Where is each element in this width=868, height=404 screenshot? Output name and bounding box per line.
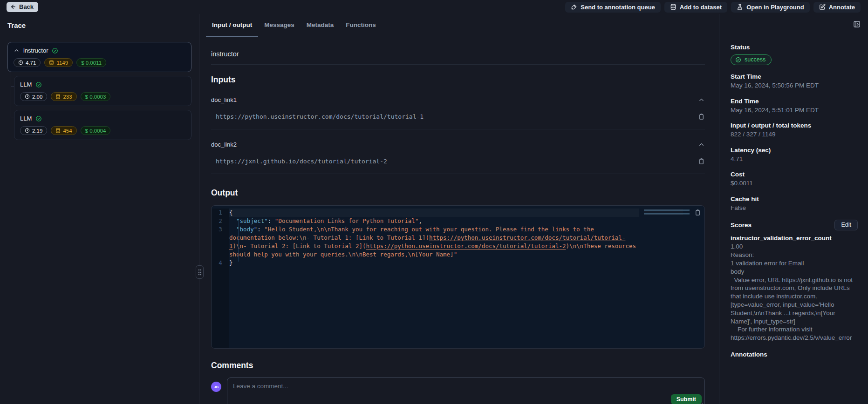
avatar: JB [211,382,221,392]
annotations-label: Annotations [731,351,858,358]
node-badges: 2.00 233 $ 0.0003 [20,92,185,101]
output-heading: Output [211,188,705,198]
tokens-badge: 1149 [44,58,73,67]
score-value: 1.00 [731,242,858,251]
trace-node-instructor[interactable]: instructor 4.71 1149 $ 0.0011 [7,42,191,72]
tokens-badge: 454 [51,126,76,135]
tokens-label: Input / output / total tokens [731,122,858,129]
open-in-playground-label: Open in Playground [746,4,804,11]
divider [211,129,705,129]
input-field-doc-link2: doc_link2 https://jxnl.github.io/docs/tu… [211,141,705,174]
topbar-actions: Send to annotation queue Add to dataset … [565,2,861,13]
tab-messages[interactable]: Messages [258,14,301,37]
latency-label: Latency (sec) [731,147,858,154]
tokens-badge: 233 [51,92,76,101]
copy-button[interactable] [698,158,705,165]
latency-badge: 4.71 [14,58,41,67]
code-line: 2 "subject": "Documentation Links for Py… [212,217,704,225]
node-name: LLM [20,81,32,88]
trace-panel-title: Trace [0,14,199,37]
edit-icon [819,4,826,10]
input-field-doc-link1: doc_link1 https://python.useinstructor.c… [211,96,705,129]
pen-queue-icon [571,4,577,10]
tokens-database-icon [55,94,61,99]
cache-hit-label: Cache hit [731,195,858,202]
clock-icon [25,128,30,133]
latency-group: Latency (sec) 4.71 [731,147,858,163]
app-root: Back Send to annotation queue Add to dat… [0,0,868,404]
status-badge: success [731,54,772,65]
chevron-up-icon [698,141,705,148]
cost-label: Cost [731,171,858,178]
comment-input[interactable] [227,378,704,404]
trace-tree: instructor 4.71 1149 $ 0.0011 [0,42,199,140]
panel-resize-handle[interactable] [196,265,204,279]
cost-group: Cost $0.0011 [731,171,858,188]
divider [211,64,705,65]
status-label: Status [731,44,858,51]
tab-functions[interactable]: Functions [340,14,382,37]
observation-title: instructor [211,50,705,58]
edit-scores-button[interactable]: Edit [834,220,858,230]
comments-heading: Comments [211,361,705,370]
main-content: instructor Inputs doc_link1 https://pyth… [199,37,719,404]
copy-output-button[interactable] [694,209,701,216]
topbar: Back Send to annotation queue Add to dat… [0,0,868,14]
annotate-button[interactable]: Annotate [813,2,861,13]
tab-input-output[interactable]: Input / output [206,14,258,37]
submit-comment-button[interactable]: Submit [671,394,702,404]
field-label: doc_link2 [211,141,237,148]
field-value: https://jxnl.github.io/docs/tutorial/tut… [211,158,387,165]
indent-guide [238,220,239,262]
trace-panel: Trace instructor 4.71 [0,14,199,404]
clipboard-icon [698,158,705,165]
collapse-panel-button[interactable] [853,20,861,28]
end-time-label: End Time [731,98,858,105]
node-badges: 4.71 1149 $ 0.0011 [14,58,185,67]
field-label: doc_link1 [211,96,237,103]
add-to-dataset-button[interactable]: Add to dataset [664,2,727,13]
code-minimap [644,209,690,216]
tokens-database-icon [49,60,54,65]
add-to-dataset-label: Add to dataset [680,4,722,11]
arrow-left-icon [10,4,16,10]
details-panel: Status success Start Time May 16, 2024, … [719,14,868,404]
field-value: https://python.useinstructor.com/docs/tu… [211,113,424,120]
tree-connector [11,86,14,87]
tree-connector [11,117,14,117]
clock-icon [18,60,23,65]
divider [211,174,705,174]
collapse-field-button[interactable] [698,96,705,103]
open-in-playground-button[interactable]: Open in Playground [731,2,810,13]
tab-metadata[interactable]: Metadata [301,14,340,37]
scores-label: Scores [731,222,752,229]
check-circle-icon [735,57,741,63]
clock-icon [25,94,30,99]
node-name: instructor [23,47,48,54]
collapse-field-button[interactable] [698,141,705,148]
status-group: Status success [731,44,858,65]
back-label: Back [19,3,34,10]
code-lines: 1{2 "subject": "Documentation Links for … [212,209,704,267]
details-body: Status success Start Time May 16, 2024, … [731,44,858,358]
grip-dots-icon [198,269,202,276]
cost-badge: $ 0.0004 [81,126,111,135]
chevron-up-icon [698,96,705,103]
send-to-annotation-queue-button[interactable]: Send to annotation queue [565,2,661,13]
tokens-value: 822 / 327 / 1149 [731,130,858,139]
trace-node-llm-2[interactable]: LLM 2.19 454 $ 0.0004 [14,110,191,140]
end-time-group: End Time May 16, 2024, 5:51:01 PM EDT [731,98,858,114]
main-panel: Input / output Messages Metadata Functio… [199,14,719,404]
clipboard-icon [698,113,705,120]
tokens-group: Input / output / total tokens 822 / 327 … [731,122,858,139]
comment-box: Submit [227,377,705,404]
copy-button[interactable] [698,113,705,120]
check-circle-icon [52,47,58,54]
inputs-heading: Inputs [211,75,705,85]
tree-connector [11,69,11,117]
start-time-label: Start Time [731,73,858,80]
cache-hit-group: Cache hit False [731,195,858,212]
trace-node-llm-1[interactable]: LLM 2.00 233 $ 0.0003 [14,76,191,106]
chevron-up-icon[interactable] [14,47,20,54]
back-button[interactable]: Back [7,2,38,12]
